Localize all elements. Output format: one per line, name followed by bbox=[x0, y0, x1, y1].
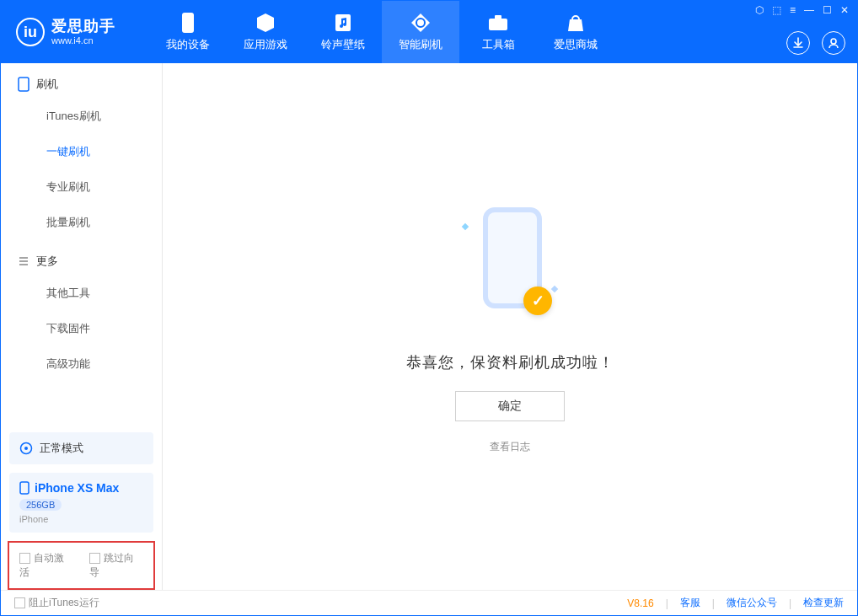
mode-card[interactable]: 正常模式 bbox=[9, 432, 153, 464]
svg-point-8 bbox=[24, 447, 28, 450]
tab-label: 工具箱 bbox=[482, 37, 515, 52]
tab-smart-flash[interactable]: 智能刷机 bbox=[382, 1, 459, 63]
block-itunes-checkbox[interactable]: 阻止iTunes运行 bbox=[14, 596, 99, 610]
device-type: iPhone bbox=[19, 514, 143, 524]
footer: 阻止iTunes运行 V8.16 | 客服 | 微信公众号 | 检查更新 bbox=[1, 590, 857, 615]
sidebar-item-oneclick-flash[interactable]: 一键刷机 bbox=[1, 134, 162, 169]
check-update-link[interactable]: 检查更新 bbox=[803, 596, 844, 610]
auto-activate-checkbox[interactable]: 自动激活 bbox=[19, 551, 74, 580]
download-button[interactable] bbox=[786, 31, 810, 55]
success-illustration: ✓ bbox=[459, 199, 560, 334]
sidebar-group-flash: 刷机 bbox=[1, 63, 162, 99]
sidebar-group-label: 更多 bbox=[36, 254, 58, 269]
sidebar-group-more: 更多 bbox=[1, 240, 162, 276]
tab-label: 智能刷机 bbox=[399, 37, 442, 52]
more-icon bbox=[18, 255, 29, 267]
sidebar-item-advanced[interactable]: 高级功能 bbox=[1, 346, 162, 382]
sidebar-item-itunes-flash[interactable]: iTunes刷机 bbox=[1, 99, 162, 134]
svg-rect-3 bbox=[489, 19, 507, 30]
tab-toolbox[interactable]: 工具箱 bbox=[459, 1, 537, 63]
tab-apps-games[interactable]: 应用游戏 bbox=[227, 1, 304, 63]
wechat-link[interactable]: 微信公众号 bbox=[727, 596, 777, 610]
header-right bbox=[786, 1, 845, 63]
device-name: iPhone XS Max bbox=[35, 481, 119, 495]
sidebar-item-download-firmware[interactable]: 下载固件 bbox=[1, 311, 162, 346]
version-label: V8.16 bbox=[627, 597, 653, 609]
skin-button[interactable]: ⬚ bbox=[772, 4, 781, 16]
tab-ringtones-wallpapers[interactable]: 铃声壁纸 bbox=[304, 1, 382, 63]
device-icon bbox=[177, 12, 199, 34]
sidebar-item-batch-flash[interactable]: 批量刷机 bbox=[1, 205, 162, 240]
content: ✓ 恭喜您，保资料刷机成功啦！ 确定 查看日志 bbox=[163, 63, 857, 590]
header: ⬡ ⬚ ≡ — ☐ ✕ iu 爱思助手 www.i4.cn 我的设备 应用游戏 … bbox=[1, 1, 857, 63]
cube-icon bbox=[255, 12, 276, 34]
options-row: 自动激活 跳过向导 bbox=[8, 541, 155, 590]
tab-my-device[interactable]: 我的设备 bbox=[149, 1, 227, 63]
phone-icon bbox=[18, 77, 29, 92]
music-icon bbox=[332, 12, 354, 34]
view-log-link[interactable]: 查看日志 bbox=[490, 440, 530, 454]
tab-store[interactable]: 爱思商城 bbox=[537, 1, 614, 63]
bag-icon bbox=[565, 12, 587, 34]
sidebar-item-other-tools[interactable]: 其他工具 bbox=[1, 276, 162, 311]
svg-point-5 bbox=[831, 39, 836, 44]
support-link[interactable]: 客服 bbox=[680, 596, 700, 610]
tab-label: 铃声壁纸 bbox=[321, 37, 365, 52]
mode-icon bbox=[19, 442, 33, 455]
logo-title: 爱思助手 bbox=[51, 19, 115, 35]
main-tabs: 我的设备 应用游戏 铃声壁纸 智能刷机 工具箱 爱思商城 bbox=[149, 1, 614, 63]
check-icon: ✓ bbox=[523, 287, 552, 315]
sidebar: 刷机 iTunes刷机 一键刷机 专业刷机 批量刷机 更多 其他工具 下载固件 … bbox=[1, 63, 163, 590]
device-icon bbox=[19, 481, 29, 495]
tab-label: 我的设备 bbox=[166, 37, 210, 52]
logo: iu 爱思助手 www.i4.cn bbox=[16, 18, 115, 46]
ok-button[interactable]: 确定 bbox=[455, 391, 565, 421]
mode-label: 正常模式 bbox=[40, 441, 83, 456]
device-capacity: 256GB bbox=[19, 499, 62, 511]
success-message: 恭喜您，保资料刷机成功啦！ bbox=[406, 352, 614, 372]
sidebar-item-pro-flash[interactable]: 专业刷机 bbox=[1, 169, 162, 205]
svg-rect-9 bbox=[20, 482, 29, 494]
device-card[interactable]: iPhone XS Max 256GB iPhone bbox=[9, 473, 153, 533]
tab-label: 爱思商城 bbox=[554, 37, 598, 52]
extra-button[interactable]: ⬡ bbox=[755, 4, 764, 16]
tab-label: 应用游戏 bbox=[244, 37, 287, 52]
skip-guide-checkbox[interactable]: 跳过向导 bbox=[89, 551, 144, 580]
svg-rect-6 bbox=[19, 78, 29, 91]
logo-icon: iu bbox=[16, 18, 45, 46]
logo-url: www.i4.cn bbox=[51, 35, 115, 46]
svg-rect-4 bbox=[495, 15, 501, 19]
toolbox-icon bbox=[487, 12, 509, 34]
sidebar-group-label: 刷机 bbox=[36, 77, 58, 92]
checkbox-label: 阻止iTunes运行 bbox=[29, 597, 99, 608]
refresh-icon bbox=[410, 12, 432, 34]
user-button[interactable] bbox=[822, 31, 845, 55]
svg-rect-0 bbox=[182, 13, 194, 33]
